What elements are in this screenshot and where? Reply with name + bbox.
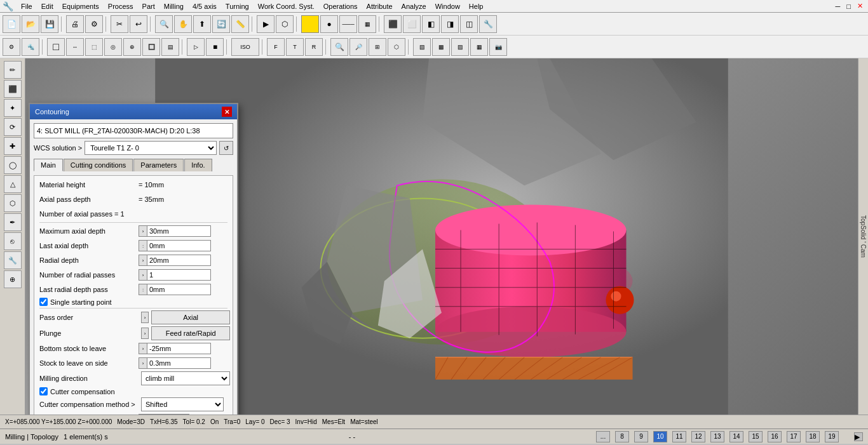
last-radial-depth-input[interactable] [147,284,211,295]
sidebar-btn-1[interactable]: ✏ [4,61,22,79]
menu-milling[interactable]: Milling [160,1,187,11]
max-axial-depth-input[interactable] [147,225,211,237]
max-axial-arrow[interactable]: › [139,225,147,237]
tb2-render3[interactable]: ▨ [451,38,469,56]
dialog-close-button[interactable]: ✕ [222,107,232,117]
tb2-btn2[interactable]: 🔩 [22,38,39,56]
page-tab-19[interactable]: 19 [825,431,839,442]
tb-view2[interactable]: ⬡ [276,15,294,33]
tb-view1[interactable]: ▶ [257,15,275,33]
menu-work-coord[interactable]: Work Coord. Syst. [254,1,318,11]
radial-passes-input[interactable] [147,269,211,281]
window-close[interactable]: ✕ [855,2,865,10]
sidebar-btn-6[interactable]: ◯ [4,156,22,174]
tb-dot[interactable]: ● [320,15,338,33]
menu-process[interactable]: Process [104,1,137,11]
tb-tool3[interactable]: ◧ [422,15,440,33]
page-tab-10[interactable]: 10 [653,431,667,442]
bottom-stock-input[interactable] [147,343,211,354]
tb2-zoomin[interactable]: 🔍 [330,38,348,56]
tb-open[interactable]: 📂 [22,15,39,33]
cam-panel[interactable]: TopSolid ' Cam [858,58,868,415]
milling-direction-select[interactable]: climb mill conventional mill both [141,371,230,385]
tb-undo[interactable]: ↩ [130,15,147,33]
menu-turning[interactable]: Turning [222,1,253,11]
tb2-stop[interactable]: ⏹ [206,38,224,56]
tb-pan[interactable]: ✋ [174,15,192,33]
tb-tool6[interactable]: 🔧 [479,15,497,33]
tb2-btn5[interactable]: ⬚ [85,38,103,56]
tb2-btn9[interactable]: ▤ [161,38,179,56]
tb2-btn4[interactable]: ↔ [66,38,84,56]
page-tab-12[interactable]: 12 [691,431,705,442]
sidebar-btn-9[interactable]: ✒ [4,213,22,231]
tb-rotate[interactable]: 🔄 [212,15,230,33]
plunge-button[interactable]: Feed rate/Rapid [151,326,230,340]
bottom-stock-arrow[interactable]: › [139,343,147,354]
tb-color[interactable] [301,15,319,33]
menu-help[interactable]: Help [465,1,487,11]
tb-tool5[interactable]: ◫ [460,15,478,33]
menu-window[interactable]: Window [431,1,464,11]
page-tab-11[interactable]: 11 [672,431,686,442]
tb-print2[interactable]: ⚙ [85,15,103,33]
menu-edit[interactable]: Edit [37,1,57,11]
menu-equipments[interactable]: Equipments [58,1,103,11]
tb-pattern[interactable]: ▦ [358,15,376,33]
tb-tool4[interactable]: ◨ [441,15,459,33]
wcs-action-btn[interactable]: ↺ [219,141,233,155]
tb2-render4[interactable]: ▦ [470,38,488,56]
scroll-right[interactable]: ▶ [854,432,863,441]
menu-analyze[interactable]: Analyze [398,1,430,11]
tb2-view-right[interactable]: R [305,38,323,56]
radial-arrow[interactable]: › [139,255,147,266]
sidebar-btn-11[interactable]: 🔧 [4,251,22,269]
menu-attribute[interactable]: Attribute [363,1,397,11]
tab-parameters[interactable]: Parameters [133,159,184,171]
page-tab-dots[interactable]: ... [596,431,610,442]
tb2-btn6[interactable]: ◎ [104,38,122,56]
dialog-titlebar[interactable]: Contouring ✕ [30,104,237,119]
tb2-render1[interactable]: ▧ [413,38,431,56]
page-tab-18[interactable]: 18 [806,431,820,442]
page-tab-14[interactable]: 14 [729,431,743,442]
cutter-compensation-checkbox[interactable] [39,387,48,395]
radial-passes-arrow[interactable]: › [139,269,147,281]
tb2-render5[interactable]: 📷 [489,38,507,56]
sidebar-btn-5[interactable]: ✚ [4,137,22,155]
tb-line[interactable]: ─── [339,15,357,33]
tb-tool2[interactable]: ⬜ [403,15,421,33]
tb2-zoomall[interactable]: ⊞ [369,38,386,56]
tb-select[interactable]: ⬆ [193,15,211,33]
max-diameter-input[interactable] [139,414,189,415]
single-starting-point-checkbox[interactable] [39,298,48,306]
tb2-iso[interactable]: ISO [231,38,259,56]
tab-cutting-conditions[interactable]: Cutting conditions [64,159,133,171]
sidebar-btn-12[interactable]: ⊕ [4,270,22,288]
tb-measure[interactable]: 📏 [231,15,249,33]
page-tab-9[interactable]: 9 [634,431,648,442]
tool-selector[interactable]: 4: SLOT MILL (FR_2TAI-020030R-MACH) D:20… [34,123,233,138]
pass-order-arrow[interactable]: › [141,312,149,323]
sidebar-btn-10[interactable]: ⎋ [4,232,22,250]
page-tab-13[interactable]: 13 [710,431,724,442]
tb2-btn7[interactable]: ⊕ [123,38,141,56]
tb2-simulate[interactable]: ▷ [187,38,205,56]
viewport[interactable]: Contouring ✕ 4: SLOT MILL (FR_2TAI-02003… [25,58,858,415]
sidebar-btn-3[interactable]: ✦ [4,99,22,117]
page-tab-17[interactable]: 17 [787,431,801,442]
tb2-zoom-window[interactable]: ⬡ [388,38,405,56]
tb2-render2[interactable]: ▩ [432,38,450,56]
tb-new[interactable]: 📄 [3,15,20,33]
window-maximize[interactable]: □ [844,3,853,10]
last-axial-depth-input[interactable] [147,240,211,251]
tab-info[interactable]: Info. [184,159,212,171]
last-axial-arrow[interactable]: : [139,240,147,251]
page-tab-15[interactable]: 15 [749,431,763,442]
tb2-zoomout[interactable]: 🔎 [349,38,367,56]
menu-part[interactable]: Part [139,1,159,11]
tb-save[interactable]: 💾 [41,15,58,33]
tb-print[interactable]: 🖨 [66,15,84,33]
sidebar-btn-4[interactable]: ⟳ [4,118,22,136]
cutter-comp-method-select[interactable]: Shifted Computer Control [141,397,224,411]
